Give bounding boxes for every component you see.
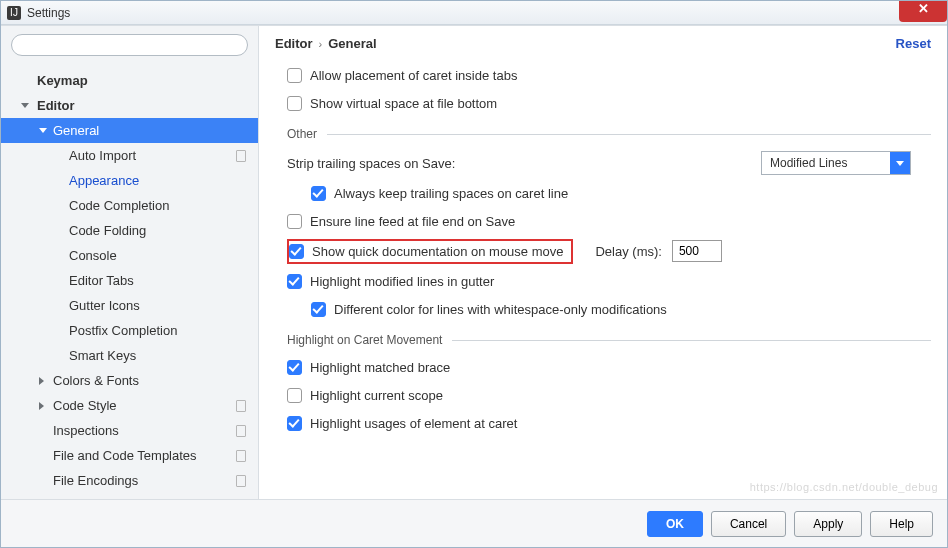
option-matched-brace[interactable]: Highlight matched brace [287, 353, 931, 381]
checkbox-icon[interactable] [287, 214, 302, 229]
option-current-scope[interactable]: Highlight current scope [287, 381, 931, 409]
title-bar: IJ Settings ✕ [1, 1, 947, 25]
tree-item-code-completion[interactable]: Code Completion [1, 193, 258, 218]
option-line-feed[interactable]: Ensure line feed at file end on Save [287, 207, 931, 235]
option-diff-color[interactable]: Different color for lines with whitespac… [287, 295, 931, 323]
dialog-footer: OK Cancel Apply Help [1, 499, 947, 547]
section-other: Other [287, 127, 931, 141]
checkbox-icon[interactable] [311, 186, 326, 201]
option-quick-doc[interactable]: Show quick documentation on mouse move [312, 244, 563, 259]
tree-item-appearance[interactable]: Appearance [1, 168, 258, 193]
delay-input[interactable] [672, 240, 722, 262]
strip-trailing-label: Strip trailing spaces on Save: [287, 156, 455, 171]
watermark: https://blog.csdn.net/double_debug [750, 481, 938, 493]
checkbox-icon[interactable] [311, 302, 326, 317]
search-input[interactable] [11, 34, 248, 56]
option-usages[interactable]: Highlight usages of element at caret [287, 409, 931, 437]
checkbox-icon[interactable] [287, 388, 302, 403]
checkbox-icon[interactable] [287, 360, 302, 375]
app-icon: IJ [7, 6, 21, 20]
project-badge-icon [236, 400, 246, 412]
delay-label: Delay (ms): [595, 244, 661, 259]
checkbox-icon[interactable] [287, 68, 302, 83]
help-button[interactable]: Help [870, 511, 933, 537]
close-button[interactable]: ✕ [899, 0, 947, 22]
checkbox-icon[interactable] [287, 274, 302, 289]
tree-item-console[interactable]: Console [1, 243, 258, 268]
ok-button[interactable]: OK [647, 511, 703, 537]
checkbox-icon[interactable] [287, 96, 302, 111]
checkbox-icon[interactable] [289, 244, 304, 259]
tree-item-editor-tabs[interactable]: Editor Tabs [1, 268, 258, 293]
sidebar: Keymap Editor General Auto Import Appear… [1, 26, 259, 499]
breadcrumb-editor[interactable]: Editor [275, 36, 313, 51]
chevron-right-icon: › [319, 38, 323, 50]
reset-link[interactable]: Reset [896, 36, 931, 51]
tree-item-keymap[interactable]: Keymap [1, 68, 258, 93]
tree-item-file-encodings[interactable]: File Encodings [1, 468, 258, 493]
settings-tree: Keymap Editor General Auto Import Appear… [1, 64, 258, 499]
tree-item-gutter-icons[interactable]: Gutter Icons [1, 293, 258, 318]
highlight-quick-doc: Show quick documentation on mouse move [287, 239, 573, 264]
project-badge-icon [236, 425, 246, 437]
option-keep-trailing[interactable]: Always keep trailing spaces on caret lin… [287, 179, 931, 207]
tree-item-postfix-completion[interactable]: Postfix Completion [1, 318, 258, 343]
option-virtual-space[interactable]: Show virtual space at file bottom [287, 89, 931, 117]
checkbox-icon[interactable] [287, 416, 302, 431]
tree-item-auto-import[interactable]: Auto Import [1, 143, 258, 168]
tree-item-smart-keys[interactable]: Smart Keys [1, 343, 258, 368]
tree-item-inspections[interactable]: Inspections [1, 418, 258, 443]
window-title: Settings [27, 6, 70, 20]
apply-button[interactable]: Apply [794, 511, 862, 537]
section-caret-movement: Highlight on Caret Movement [287, 333, 931, 347]
tree-item-code-style[interactable]: Code Style [1, 393, 258, 418]
project-badge-icon [236, 475, 246, 487]
breadcrumb-general: General [328, 36, 376, 51]
option-caret-inside-tabs[interactable]: Allow placement of caret inside tabs [287, 61, 931, 89]
option-highlight-gutter[interactable]: Highlight modified lines in gutter [287, 267, 931, 295]
settings-content: Allow placement of caret inside tabs Sho… [259, 57, 947, 499]
tree-item-colors-fonts[interactable]: Colors & Fonts [1, 368, 258, 393]
tree-item-code-folding[interactable]: Code Folding [1, 218, 258, 243]
cancel-button[interactable]: Cancel [711, 511, 786, 537]
tree-item-general[interactable]: General [1, 118, 258, 143]
project-badge-icon [236, 150, 246, 162]
breadcrumb: Editor › General Reset [259, 26, 947, 57]
strip-trailing-select[interactable]: Modified Lines [761, 151, 911, 175]
main-panel: Editor › General Reset Allow placement o… [259, 26, 947, 499]
tree-item-file-templates[interactable]: File and Code Templates [1, 443, 258, 468]
chevron-down-icon [890, 152, 910, 174]
tree-item-editor[interactable]: Editor [1, 93, 258, 118]
project-badge-icon [236, 450, 246, 462]
